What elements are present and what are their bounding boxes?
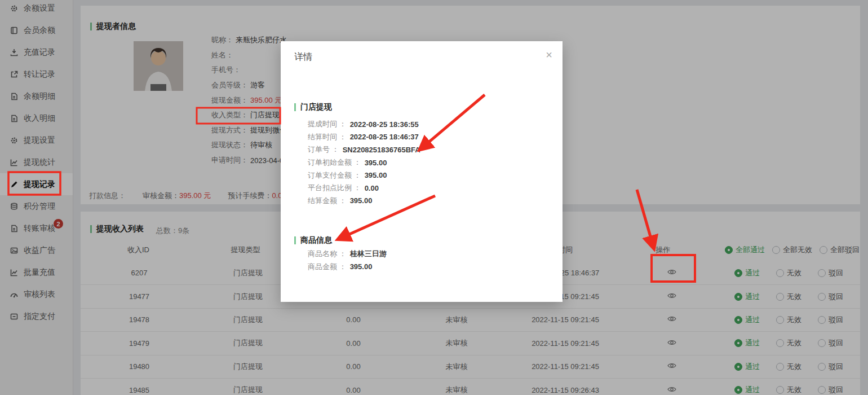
detail-product-amount: 商品金额 ：395.00: [308, 261, 549, 274]
detail-modal: 详情 × 门店提现 提成时间 ：2022-08-25 18:36:55 结算时间…: [281, 41, 563, 302]
section-title-product-info: 商品信息: [294, 235, 549, 245]
modal-section-product-info: 商品信息 商品名称 ：桂林三日游 商品金额 ：395.00: [294, 235, 549, 273]
section-title-store-withdraw: 门店提现: [294, 102, 549, 112]
detail-order-number: 订单号 ：SN2208251836765BFA: [308, 143, 549, 156]
detail-settle-amount: 结算金额 ：395.00: [308, 195, 549, 208]
detail-product-name: 商品名称 ：桂林三日游: [308, 248, 549, 261]
section-bar: [294, 236, 296, 244]
detail-order-paid-amount: 订单支付金额 ：395.00: [308, 169, 549, 182]
section-bar: [294, 103, 296, 111]
modal-section-store-withdraw: 门店提现 提成时间 ：2022-08-25 18:36:55 结算时间 ：202…: [294, 102, 549, 207]
detail-platform-rate: 平台扣点比例 ：0.00: [308, 182, 549, 195]
close-icon[interactable]: ×: [546, 49, 552, 60]
detail-commission-time: 提成时间 ：2022-08-25 18:36:55: [308, 118, 549, 131]
detail-order-initial-amount: 订单初始金额 ：395.00: [308, 156, 549, 169]
detail-settle-time: 结算时间 ：2022-08-25 18:46:37: [308, 131, 549, 144]
modal-title: 详情: [294, 51, 312, 63]
